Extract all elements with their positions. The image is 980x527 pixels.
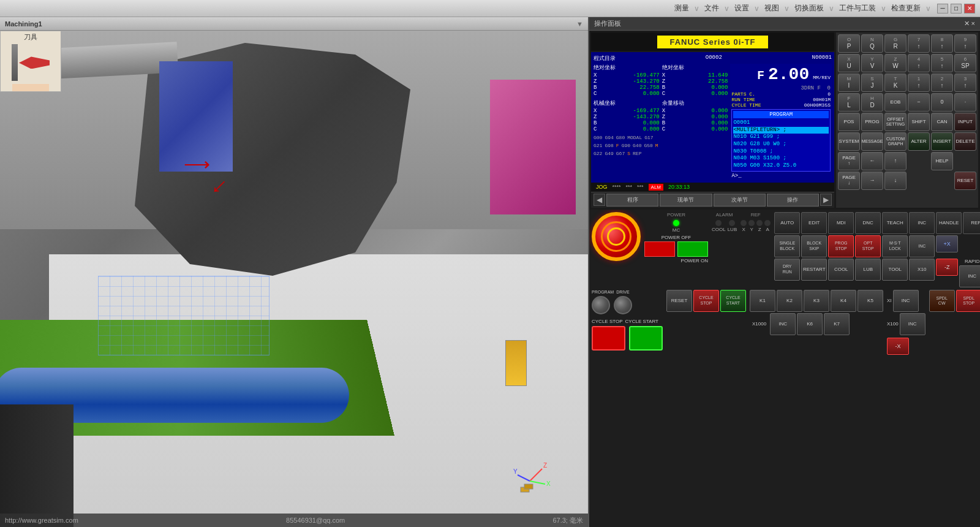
mode-teach[interactable]: TEACH	[882, 212, 908, 234]
func-x1000-inc[interactable]: INC	[770, 313, 796, 335]
key-delete[interactable]: DELETE	[954, 132, 976, 151]
key-0[interactable]: 0	[931, 93, 953, 112]
key-prog[interactable]: PROG	[861, 113, 883, 131]
key-help[interactable]: HELP	[931, 152, 953, 170]
softkey-next[interactable]: ▶	[820, 194, 832, 206]
emergency-stop-button[interactable]	[592, 212, 641, 261]
mode-edit[interactable]: EDIT	[801, 212, 827, 234]
mode-mdi[interactable]: MDI	[828, 212, 854, 234]
program-round-button[interactable]	[592, 296, 610, 314]
key-6[interactable]: 6SP	[954, 54, 976, 72]
power-off-button[interactable]	[644, 241, 675, 257]
key-system[interactable]: SYSTEM	[838, 132, 860, 151]
key-7[interactable]: 7↑	[908, 34, 930, 53]
func-block-skip[interactable]: BLOCKSKIP	[801, 235, 827, 257]
key-s[interactable]: SJ	[861, 74, 883, 92]
key-1[interactable]: 1↑	[908, 74, 930, 92]
func-tool[interactable]: TOOL	[882, 259, 908, 281]
func-single-block[interactable]: SINGLEBLOCK	[774, 235, 800, 257]
viewport-arrow[interactable]: ▼	[576, 20, 583, 28]
func-inc2[interactable]: INC	[959, 265, 980, 287]
key-8[interactable]: 8↑	[931, 34, 953, 53]
axis-minus-z[interactable]: -Z	[936, 259, 958, 276]
menu-measure[interactable]: 测量	[671, 2, 693, 15]
func-cool[interactable]: COOL	[828, 259, 854, 281]
key-message[interactable]: MESSAGE	[861, 132, 883, 151]
k6-button[interactable]: K6	[797, 313, 823, 335]
key-g[interactable]: GR	[884, 34, 907, 53]
func-mst-lock[interactable]: M·S·TLOCK	[882, 235, 908, 257]
key-arrow-right[interactable]: →	[861, 172, 883, 190]
x100-inc-button[interactable]: INC	[900, 313, 925, 335]
mode-handle[interactable]: HANDLE	[936, 212, 962, 234]
key-5[interactable]: 5↑	[931, 54, 953, 72]
func-x10[interactable]: X10	[909, 259, 935, 281]
key-o[interactable]: OP	[838, 34, 860, 53]
k5-button[interactable]: K5	[858, 290, 883, 312]
menu-settings[interactable]: 设置	[731, 2, 753, 15]
key-z[interactable]: ZW	[884, 54, 907, 72]
key-h[interactable]: HD	[861, 93, 883, 112]
key-insert[interactable]: INSERT	[931, 132, 953, 151]
power-on-button[interactable]	[677, 241, 708, 257]
softkey-operate[interactable]: 操作	[767, 194, 819, 207]
menu-check-update[interactable]: 检查更新	[888, 2, 924, 15]
func-cycle-stop2[interactable]: CYCLESTOP	[693, 290, 719, 312]
softkey-next-block[interactable]: 次单节	[714, 194, 766, 207]
key-custom-graph[interactable]: CUSTOMGRAPH	[884, 132, 907, 151]
menu-workpiece[interactable]: 工件与工装	[835, 2, 880, 15]
mode-ref[interactable]: REF	[963, 212, 980, 234]
menu-switch-panel[interactable]: 切换面板	[791, 2, 827, 15]
spdl-cw-button[interactable]: SPDLCW	[929, 290, 955, 312]
func-opt-stop[interactable]: OPTSTOP	[855, 235, 881, 257]
k2-button[interactable]: K2	[777, 290, 802, 312]
menu-file[interactable]: 文件	[701, 2, 723, 15]
drive-round-button[interactable]	[614, 296, 632, 314]
axis-plus-x[interactable]: +X	[936, 235, 958, 252]
k7-button[interactable]: K7	[824, 313, 850, 335]
mode-dnc[interactable]: DNC	[855, 212, 881, 234]
key-page-up[interactable]: PAGE↑	[838, 152, 860, 170]
key-alter[interactable]: ALTER	[908, 132, 930, 151]
func-prog-stop[interactable]: PROGSTOP	[828, 235, 854, 257]
func-cycle-start2[interactable]: CYCLESTART	[720, 290, 746, 312]
key-9[interactable]: 9↑	[954, 34, 976, 53]
key-y[interactable]: YV	[861, 54, 883, 72]
key-f[interactable]: FL	[838, 93, 860, 112]
mode-inc[interactable]: INC	[909, 212, 935, 234]
cnc-panel-close[interactable]: ✕ ×	[964, 20, 975, 28]
key-arrow-down[interactable]: ↓	[884, 172, 907, 190]
key-eob[interactable]: EOB	[884, 93, 907, 112]
key-dot[interactable]: ·	[954, 93, 976, 112]
maximize-button[interactable]: □	[951, 4, 962, 13]
key-page-down[interactable]: PAGE↓	[838, 172, 860, 190]
key-3[interactable]: 3↑	[954, 74, 976, 92]
key-can[interactable]: CAN	[931, 113, 953, 131]
key-minus[interactable]: −	[908, 93, 930, 112]
cycle-stop-button[interactable]	[592, 326, 625, 351]
xi-inc-button[interactable]: INC	[893, 290, 919, 312]
func-inc[interactable]: INC	[909, 235, 935, 257]
func-reset[interactable]: RESET	[666, 290, 692, 312]
menu-view[interactable]: 视图	[761, 2, 783, 15]
func-dry-run[interactable]: DRYRUN	[774, 259, 800, 281]
key-m[interactable]: MI	[838, 74, 860, 92]
func-restart[interactable]: RESTART	[801, 259, 827, 281]
close-button[interactable]: ✕	[964, 4, 975, 13]
softkey-single-block[interactable]: 现单节	[660, 194, 712, 207]
key-arrow-up[interactable]: ↑	[884, 152, 907, 170]
key-t[interactable]: TK	[884, 74, 907, 92]
key-input[interactable]: INPUT	[954, 113, 976, 131]
softkey-program[interactable]: 程序	[606, 194, 658, 207]
k1-button[interactable]: K1	[750, 290, 775, 312]
key-shift[interactable]: SHIFT	[908, 113, 930, 131]
k3-button[interactable]: K3	[804, 290, 829, 312]
viewport-canvas[interactable]: ↓ ⟶ Z X Y	[0, 31, 588, 527]
func-lub[interactable]: LUB	[855, 259, 881, 281]
key-arrow-left[interactable]: ←	[861, 152, 883, 170]
input-line[interactable]: A>_	[731, 173, 831, 179]
spdl-stop-button[interactable]: SPDLSTOP	[956, 290, 980, 312]
softkey-prev[interactable]: ◀	[594, 194, 605, 206]
key-pos[interactable]: POS	[838, 113, 860, 131]
minimize-button[interactable]: ─	[937, 4, 948, 13]
